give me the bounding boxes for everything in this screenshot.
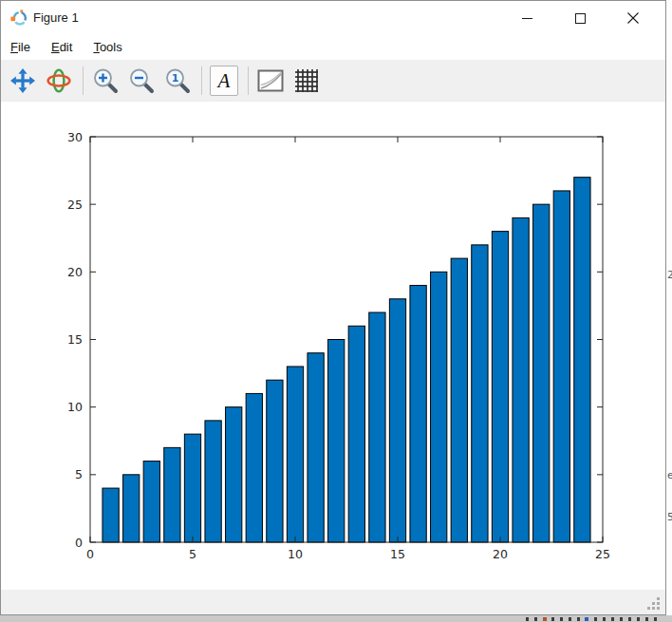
bar[interactable] [143,462,159,542]
zoom-out-icon [128,67,155,94]
toggle-axes-button[interactable] [256,66,285,95]
bar[interactable] [287,367,303,542]
bar[interactable] [410,286,426,542]
rotate-icon [47,68,71,93]
insert-text-icon: A [218,68,231,93]
bar[interactable] [348,326,364,542]
figure-window: Figure 1 File Edit Tools [0,0,666,615]
x-tick-label: 5 [189,547,196,561]
minimize-button[interactable] [500,1,553,35]
bar[interactable] [184,434,200,542]
zoom-original-button[interactable]: 1 [163,66,192,95]
bar[interactable] [533,204,550,542]
bar[interactable] [205,421,221,542]
bar[interactable] [246,393,262,542]
background-text-fragment: 5 [667,511,672,523]
figure-canvas[interactable]: 0510152025051015202530 [1,102,665,590]
background-window-bottom-edge [0,615,672,622]
y-tick-label: 15 [67,332,83,347]
maximize-icon [575,13,586,24]
toolbar-separator [201,66,202,95]
menu-edit[interactable]: Edit [51,36,72,59]
background-window-right-edge: 2 e 5 [666,0,672,622]
y-tick-label: 0 [75,536,83,550]
background-glyph-fragments [526,617,659,621]
bar[interactable] [451,258,467,542]
bar[interactable] [123,475,140,542]
y-tick-label: 10 [67,400,83,414]
octave-logo-icon [10,9,28,27]
bar[interactable] [553,191,569,542]
y-tick-label: 30 [67,130,83,144]
bar[interactable] [431,272,447,542]
bar[interactable] [226,407,242,542]
y-tick-label: 20 [67,265,83,279]
grid-icon [294,68,319,93]
zoom-original-icon: 1 [164,67,191,94]
x-tick-label: 0 [86,547,94,561]
rotate-button[interactable] [45,66,73,95]
pan-icon [10,68,35,93]
insert-text-button[interactable]: A [210,66,238,96]
bar[interactable] [328,340,345,543]
x-tick-label: 20 [493,547,508,561]
background-text-fragment: 2 [667,269,672,281]
x-tick-label: 15 [390,547,405,561]
menu-file[interactable]: File [10,36,30,59]
bar-chart[interactable]: 0510152025051015202530 [1,102,665,590]
zoom-in-icon [92,67,119,94]
window-title: Figure 1 [33,9,79,27]
maximize-button[interactable] [553,1,607,35]
bar[interactable] [389,299,405,542]
pan-button[interactable] [9,66,37,95]
bar[interactable] [513,217,529,542]
menu-bar: File Edit Tools [1,35,665,60]
bar[interactable] [308,353,324,542]
x-tick-label: 25 [595,547,610,561]
svg-text:1: 1 [172,72,179,85]
zoom-in-button[interactable] [91,66,120,95]
bar[interactable] [103,488,119,542]
minimize-icon [522,18,532,19]
zoom-out-button[interactable] [127,66,156,95]
toolbar-separator [83,66,84,95]
title-bar[interactable]: Figure 1 [1,1,665,35]
axes-icon [257,69,284,92]
toolbar-separator [248,66,249,95]
toggle-grid-button[interactable] [292,66,321,95]
bar[interactable] [267,380,283,542]
y-tick-label: 5 [75,467,83,481]
bar[interactable] [492,232,508,542]
bar[interactable] [574,178,590,542]
caption-buttons [500,1,660,35]
close-icon [627,12,639,24]
background-text-fragment: e [667,469,672,481]
bar[interactable] [164,447,180,542]
close-button[interactable] [607,1,660,35]
bar[interactable] [472,245,488,542]
bar[interactable] [369,312,385,542]
status-bar [1,590,665,614]
y-tick-label: 25 [67,198,83,212]
toolbar: 1 A [1,60,665,102]
resize-grip-icon[interactable] [647,597,662,612]
menu-tools[interactable]: Tools [93,36,121,59]
x-tick-label: 10 [288,547,303,561]
